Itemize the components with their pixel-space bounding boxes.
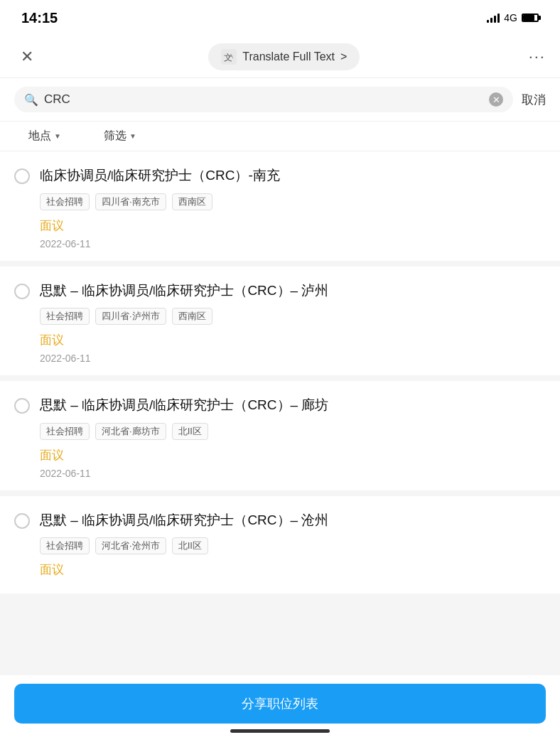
translate-icon: 文 A bbox=[221, 49, 237, 65]
tag: 社会招聘 bbox=[40, 423, 90, 440]
tag: 河北省·廊坊市 bbox=[95, 423, 166, 440]
share-button[interactable]: 分享职位列表 bbox=[14, 684, 546, 724]
list-item[interactable]: 思默 – 临床协调员/临床研究护士（CRC）– 泸州社会招聘四川省·泸州市西南区… bbox=[0, 267, 560, 382]
item-content: 思默 – 临床协调员/临床研究护士（CRC）– 泸州社会招聘四川省·泸州市西南区… bbox=[40, 281, 546, 365]
translate-label: Translate Full Text bbox=[242, 50, 335, 63]
signal-icon bbox=[487, 13, 500, 23]
item-title: 思默 – 临床协调员/临床研究护士（CRC）– 泸州 bbox=[40, 281, 546, 301]
filter-bar: 地点 ▼ 筛选 ▼ bbox=[0, 122, 560, 151]
item-salary: 面议 bbox=[40, 332, 546, 348]
tag: 河北省·沧州市 bbox=[95, 537, 166, 554]
radio-button[interactable] bbox=[14, 513, 30, 529]
tag: 西南区 bbox=[172, 193, 212, 210]
radio-button[interactable] bbox=[14, 284, 30, 299]
item-tags: 社会招聘四川省·南充市西南区 bbox=[40, 193, 546, 210]
radio-button[interactable] bbox=[14, 168, 30, 184]
item-salary: 面议 bbox=[40, 447, 546, 463]
search-input[interactable] bbox=[44, 92, 483, 107]
item-date: 2022-06-11 bbox=[40, 353, 546, 364]
tag: 北II区 bbox=[172, 423, 208, 440]
filter-arrow: ▼ bbox=[129, 132, 136, 140]
location-arrow: ▼ bbox=[54, 132, 61, 140]
search-bar: 🔍 ✕ 取消 bbox=[0, 78, 560, 122]
bottom-button-wrap: 分享职位列表 bbox=[0, 675, 560, 747]
network-label: 4G bbox=[504, 12, 517, 23]
item-tags: 社会招聘河北省·沧州市北II区 bbox=[40, 537, 546, 554]
item-title: 思默 – 临床协调员/临床研究护士（CRC）– 沧州 bbox=[40, 510, 546, 531]
list-item[interactable]: 临床协调员/临床研究护士（CRC）-南充社会招聘四川省·南充市西南区面议2022… bbox=[0, 151, 560, 267]
tag: 北II区 bbox=[172, 537, 208, 554]
close-button[interactable]: ✕ bbox=[14, 44, 40, 70]
tag: 社会招聘 bbox=[40, 537, 90, 554]
search-icon: 🔍 bbox=[24, 93, 38, 107]
cancel-button[interactable]: 取消 bbox=[522, 92, 546, 108]
item-content: 思默 – 临床协调员/临床研究护士（CRC）– 廊坊社会招聘河北省·廊坊市北II… bbox=[40, 395, 546, 479]
item-title: 思默 – 临床协调员/临床研究护士（CRC）– 廊坊 bbox=[40, 395, 546, 416]
radio-button[interactable] bbox=[14, 398, 30, 414]
item-content: 临床协调员/临床研究护士（CRC）-南充社会招聘四川省·南充市西南区面议2022… bbox=[40, 166, 546, 249]
item-tags: 社会招聘河北省·廊坊市北II区 bbox=[40, 423, 546, 440]
item-content: 思默 – 临床协调员/临床研究护士（CRC）– 沧州社会招聘河北省·沧州市北II… bbox=[40, 510, 546, 583]
item-salary: 面议 bbox=[40, 561, 546, 578]
svg-text:A: A bbox=[229, 52, 234, 59]
item-title: 临床协调员/临床研究护士（CRC）-南充 bbox=[40, 166, 546, 186]
nav-bar: ✕ 文 A Translate Full Text > ··· bbox=[0, 36, 560, 78]
item-tags: 社会招聘四川省·泸州市西南区 bbox=[40, 308, 546, 325]
search-input-wrap: 🔍 ✕ bbox=[14, 87, 513, 112]
tag: 西南区 bbox=[172, 308, 212, 325]
translate-button[interactable]: 文 A Translate Full Text > bbox=[208, 43, 360, 70]
list-item[interactable]: 思默 – 临床协调员/临床研究护士（CRC）– 廊坊社会招聘河北省·廊坊市北II… bbox=[0, 381, 560, 496]
tag: 社会招聘 bbox=[40, 308, 90, 325]
battery-icon bbox=[522, 14, 539, 22]
status-icons: 4G bbox=[487, 12, 539, 23]
result-list: 临床协调员/临床研究护士（CRC）-南充社会招聘四川省·南充市西南区面议2022… bbox=[0, 151, 560, 670]
status-time: 14:15 bbox=[21, 10, 58, 26]
item-date: 2022-06-11 bbox=[40, 238, 546, 249]
status-bar: 14:15 4G bbox=[0, 0, 560, 36]
clear-button[interactable]: ✕ bbox=[489, 92, 503, 107]
item-date: 2022-06-11 bbox=[40, 468, 546, 479]
location-label: 地点 bbox=[28, 129, 51, 144]
filter-label: 筛选 bbox=[104, 129, 126, 144]
location-filter[interactable]: 地点 ▼ bbox=[28, 129, 61, 144]
tag: 四川省·南充市 bbox=[95, 193, 166, 210]
screen-filter[interactable]: 筛选 ▼ bbox=[104, 129, 136, 144]
item-salary: 面议 bbox=[40, 217, 546, 234]
translate-arrow: > bbox=[340, 50, 347, 63]
more-button[interactable]: ··· bbox=[529, 48, 546, 66]
tag: 社会招聘 bbox=[40, 193, 90, 210]
tag: 四川省·泸州市 bbox=[95, 308, 166, 325]
list-item[interactable]: 思默 – 临床协调员/临床研究护士（CRC）– 沧州社会招聘河北省·沧州市北II… bbox=[0, 496, 560, 600]
home-indicator bbox=[230, 729, 330, 733]
